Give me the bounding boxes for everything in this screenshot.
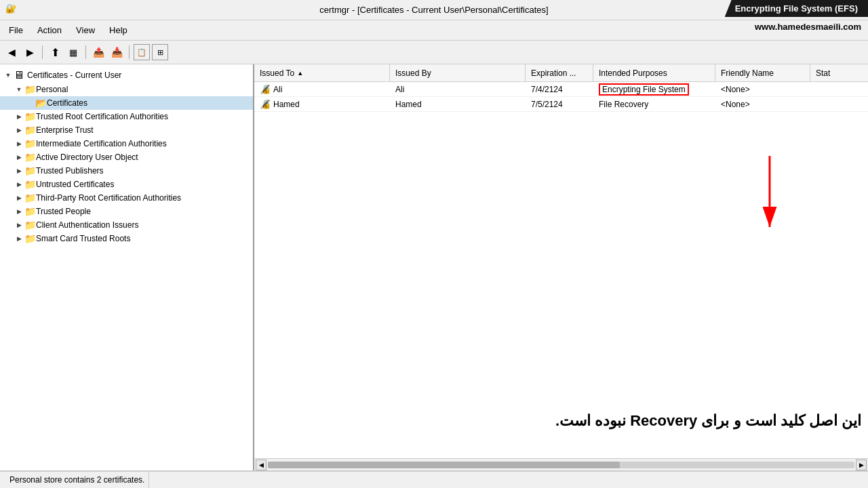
folder-icon-client-auth: 📁 bbox=[24, 220, 36, 230]
folder-icon-untrusted: 📁 bbox=[24, 179, 36, 190]
expander-third-party[interactable]: ▶ bbox=[14, 192, 24, 203]
menu-bar: File Action View Help bbox=[0, 20, 868, 41]
col-header-intended-purposes[interactable]: Intended Purposes bbox=[593, 64, 715, 81]
cell-purposes-hamed: File Recovery bbox=[593, 100, 715, 109]
tree-item-root[interactable]: ▼ 🖥 Certificates - Current User bbox=[0, 68, 253, 83]
separator-3 bbox=[129, 45, 130, 59]
import-button[interactable]: 📥 bbox=[108, 44, 125, 60]
menu-file[interactable]: File bbox=[3, 22, 28, 38]
folder-icon-third-party: 📁 bbox=[24, 192, 36, 203]
folder-icon-intermediate-ca: 📁 bbox=[24, 138, 36, 149]
column-headers: Issued To ▲ Issued By Expiration ... Int… bbox=[254, 64, 868, 82]
scroll-left-button[interactable]: ◀ bbox=[256, 460, 267, 470]
expander-trusted-root[interactable]: ▶ bbox=[14, 111, 24, 122]
folder-icon-active-directory: 📁 bbox=[24, 152, 36, 163]
properties-button[interactable]: ⊞ bbox=[152, 44, 168, 60]
forward-button[interactable]: ▶ bbox=[22, 44, 38, 60]
expander-smart-card[interactable]: ▶ bbox=[14, 233, 24, 244]
expander-client-auth[interactable]: ▶ bbox=[14, 220, 24, 230]
tree-item-personal[interactable]: ▼ 📁 Personal bbox=[0, 83, 253, 96]
menu-help[interactable]: Help bbox=[104, 22, 133, 38]
tree-item-third-party[interactable]: ▶ 📁 Third-Party Root Certification Autho… bbox=[0, 191, 253, 205]
show-hide-console-button[interactable]: ▦ bbox=[65, 44, 81, 60]
expander-root[interactable]: ▼ bbox=[3, 70, 14, 81]
expander-trusted-publishers[interactable]: ▶ bbox=[14, 165, 24, 176]
col-header-issued-to[interactable]: Issued To ▲ bbox=[254, 64, 390, 81]
tree-label-client-auth: Client Authentication Issuers bbox=[36, 220, 138, 230]
tree-label-untrusted: Untrusted Certificates bbox=[36, 180, 114, 189]
tree-item-trusted-people[interactable]: ▶ 📁 Trusted People bbox=[0, 205, 253, 218]
back-button[interactable]: ◀ bbox=[3, 44, 20, 60]
tree-item-client-auth[interactable]: ▶ 📁 Client Authentication Issuers bbox=[0, 218, 253, 232]
col-header-status[interactable]: Stat bbox=[810, 64, 851, 81]
tree-label-enterprise-trust: Enterprise Trust bbox=[36, 125, 94, 135]
tree-label-root: Certificates - Current User bbox=[27, 70, 121, 80]
tree-item-intermediate-ca[interactable]: ▶ 📁 Intermediate Certification Authoriti… bbox=[0, 137, 253, 150]
cell-friendly-name-ali: <None> bbox=[715, 85, 810, 94]
export-button[interactable]: 📤 bbox=[90, 44, 106, 60]
status-text: Personal store contains 2 certificates. bbox=[9, 475, 144, 485]
folder-icon-smart-card: 📁 bbox=[24, 233, 36, 244]
separator-2 bbox=[85, 45, 86, 59]
tree-item-smart-card[interactable]: ▶ 📁 Smart Card Trusted Roots bbox=[0, 232, 253, 245]
scroll-right-button[interactable]: ▶ bbox=[856, 460, 867, 470]
main-content: ▼ 🖥 Certificates - Current User ▼ 📁 Pers… bbox=[0, 64, 868, 471]
tree-label-active-directory: Active Directory User Object bbox=[36, 152, 138, 162]
folder-icon-trusted-publishers: 📁 bbox=[24, 165, 36, 176]
table-row[interactable]: 🔏 Ali Ali 7/4/2124 Encrypting File Syste… bbox=[254, 82, 868, 97]
col-header-friendly-name[interactable]: Friendly Name bbox=[715, 64, 810, 81]
highlight-encrypting-file-system: Encrypting File System bbox=[599, 83, 689, 96]
expander-active-directory[interactable]: ▶ bbox=[14, 152, 24, 163]
tree-panel[interactable]: ▼ 🖥 Certificates - Current User ▼ 📁 Pers… bbox=[0, 64, 254, 470]
expander-trusted-people[interactable]: ▶ bbox=[14, 206, 24, 217]
tree-item-enterprise-trust[interactable]: ▶ 📁 Enterprise Trust bbox=[0, 123, 253, 137]
annotation-website: www.hamedesmaeili.com bbox=[755, 22, 861, 32]
scroll-thumb[interactable] bbox=[268, 462, 620, 468]
tree-label-intermediate-ca: Intermediate Certification Authorities bbox=[36, 139, 167, 148]
tree-label-third-party: Third-Party Root Certification Authoriti… bbox=[36, 193, 181, 203]
status-bar: Personal store contains 2 certificates. bbox=[0, 471, 868, 488]
menu-view[interactable]: View bbox=[71, 22, 100, 38]
tree-label-smart-card: Smart Card Trusted Roots bbox=[36, 234, 130, 243]
horizontal-scrollbar[interactable]: ◀ ▶ bbox=[254, 458, 868, 470]
tree-label-certificates: Certificates bbox=[47, 98, 87, 108]
table-body[interactable]: 🔏 Ali Ali 7/4/2124 Encrypting File Syste… bbox=[254, 82, 868, 458]
cell-issued-by-ali: Ali bbox=[390, 85, 526, 94]
col-header-issued-by[interactable]: Issued By bbox=[390, 64, 526, 81]
tree-label-trusted-publishers: Trusted Publishers bbox=[36, 166, 104, 176]
menu-action[interactable]: Action bbox=[32, 22, 67, 38]
col-header-expiration[interactable]: Expiration ... bbox=[526, 64, 593, 81]
tree-item-trusted-publishers[interactable]: ▶ 📁 Trusted Publishers bbox=[0, 164, 253, 178]
tree-item-trusted-root[interactable]: ▶ 📁 Trusted Root Certification Authoriti… bbox=[0, 110, 253, 123]
status-text-panel: Personal store contains 2 certificates. bbox=[5, 472, 149, 488]
expander-personal[interactable]: ▼ bbox=[14, 84, 24, 95]
computer-icon: 🖥 bbox=[14, 69, 24, 81]
expander-intermediate-ca[interactable]: ▶ bbox=[14, 138, 24, 149]
annotation-banner: Encrypting File System (EFS) bbox=[725, 0, 868, 17]
folder-icon-certificates: 📂 bbox=[35, 98, 47, 108]
cell-issued-to-ali: 🔏 Ali bbox=[254, 84, 390, 94]
mmc-button[interactable]: 📋 bbox=[134, 44, 150, 60]
tree-label-trusted-root: Trusted Root Certification Authorities bbox=[36, 112, 168, 121]
expander-certificates[interactable] bbox=[24, 98, 35, 108]
cell-issued-to-hamed: 🔏 Hamed bbox=[254, 99, 390, 109]
up-button[interactable]: ⬆ bbox=[47, 44, 63, 60]
window-title: certmgr - [Certificates - Current User\P… bbox=[319, 5, 548, 15]
cell-expiration-ali: 7/4/2124 bbox=[526, 85, 593, 94]
sort-arrow-issued-to: ▲ bbox=[297, 70, 303, 77]
cell-friendly-name-hamed: <None> bbox=[715, 100, 810, 109]
right-panel: Issued To ▲ Issued By Expiration ... Int… bbox=[254, 64, 868, 470]
expander-enterprise-trust[interactable]: ▶ bbox=[14, 125, 24, 136]
cert-icon-ali: 🔏 bbox=[260, 84, 271, 94]
table-row[interactable]: 🔏 Hamed Hamed 7/5/2124 File Recovery <No… bbox=[254, 97, 868, 112]
tree-item-untrusted[interactable]: ▶ 📁 Untrusted Certificates bbox=[0, 178, 253, 191]
cell-issued-by-hamed: Hamed bbox=[390, 100, 526, 109]
cell-purposes-ali: Encrypting File System bbox=[593, 83, 715, 96]
tree-label-personal: Personal bbox=[36, 85, 68, 94]
tree-item-certificates[interactable]: 📂 Certificates bbox=[0, 96, 253, 110]
expander-untrusted[interactable]: ▶ bbox=[14, 179, 24, 190]
tree-label-trusted-people: Trusted People bbox=[36, 207, 91, 216]
scroll-track[interactable] bbox=[268, 462, 854, 468]
tree-item-active-directory[interactable]: ▶ 📁 Active Directory User Object bbox=[0, 150, 253, 164]
folder-icon-personal: 📁 bbox=[24, 84, 36, 95]
